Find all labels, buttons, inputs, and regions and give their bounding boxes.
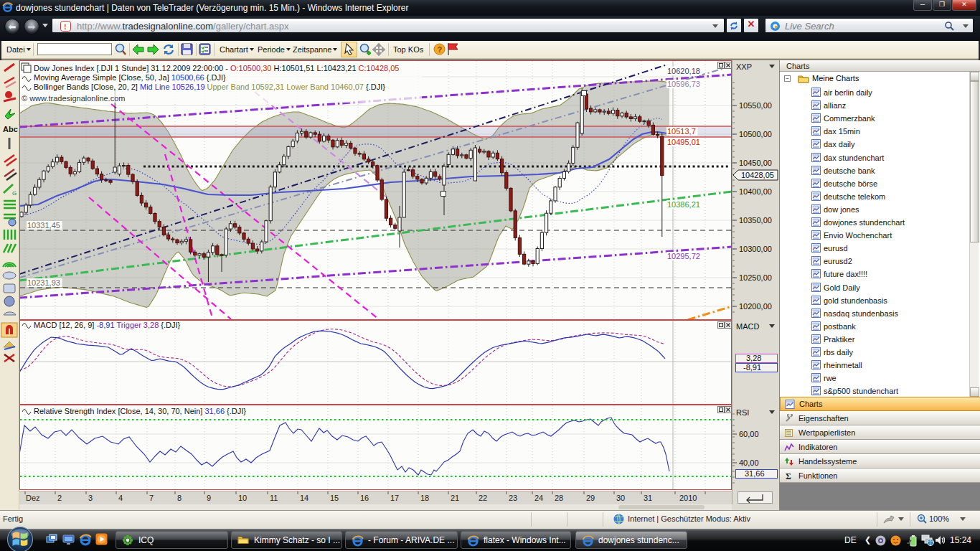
svg-text:10295,72: 10295,72 — [667, 252, 700, 260]
svg-text:?: ? — [438, 45, 443, 54]
svg-text:10300,00: 10300,00 — [739, 245, 772, 253]
svg-text:© www.tradesignalonline.com: © www.tradesignalonline.com — [22, 94, 125, 103]
svg-text:10500,00: 10500,00 — [739, 130, 772, 138]
svg-text:10495,01: 10495,01 — [667, 138, 700, 146]
svg-text:G: G — [12, 190, 17, 197]
svg-text:2: 2 — [57, 494, 62, 502]
svg-text:10596,73: 10596,73 — [667, 80, 700, 88]
svg-text:7: 7 — [149, 494, 154, 502]
svg-text:10386,21: 10386,21 — [667, 200, 700, 209]
svg-text:3,28: 3,28 — [746, 354, 761, 362]
svg-text:10513,7: 10513,7 — [667, 127, 696, 136]
svg-text:31,66: 31,66 — [745, 469, 765, 478]
svg-text:29: 29 — [586, 494, 595, 502]
svg-text:14: 14 — [300, 494, 308, 502]
svg-text:2010: 2010 — [679, 494, 697, 502]
svg-text:60,00: 60,00 — [739, 430, 759, 438]
svg-text:23: 23 — [509, 494, 517, 502]
svg-text:28: 28 — [555, 494, 563, 502]
svg-text:MACD: MACD — [736, 322, 759, 331]
svg-text:!: ! — [64, 22, 67, 31]
svg-text:10350,00: 10350,00 — [739, 216, 772, 225]
svg-text:21: 21 — [451, 494, 459, 502]
svg-text:18: 18 — [420, 494, 429, 502]
svg-text:10: 10 — [238, 494, 247, 502]
svg-text:MACD [12, 26, 9] -8,91 Trigger: MACD [12, 26, 9] -8,91 Trigger 3,28 {.DJ… — [34, 321, 181, 329]
svg-text:31: 31 — [644, 494, 652, 502]
svg-text:15: 15 — [330, 494, 339, 502]
svg-text:Moving Average Simple [Close,: Moving Average Simple [Close, 50, Ja] 10… — [34, 73, 226, 82]
svg-text:10331,45: 10331,45 — [27, 221, 60, 230]
svg-text:10550,00: 10550,00 — [739, 101, 772, 110]
svg-text:10250,00: 10250,00 — [739, 273, 772, 282]
svg-text:Relative Strength Index [Close: Relative Strength Index [Close, 14, 30, … — [34, 407, 246, 415]
svg-text:10200,00: 10200,00 — [739, 302, 772, 311]
svg-text:Dow Jones Index [.DJI 1 Stund: Dow Jones Index [.DJI 1 Stunde] 31.12.20… — [34, 64, 399, 72]
svg-text:RSI: RSI — [736, 408, 749, 417]
svg-text:Bollinger Bands [Close, 20, 2]: Bollinger Bands [Close, 20, 2] Mid Line … — [34, 83, 385, 91]
svg-text:XXP: XXP — [736, 62, 752, 71]
svg-text:3: 3 — [88, 494, 93, 502]
svg-text:Σ: Σ — [786, 471, 791, 481]
svg-text:24: 24 — [534, 494, 543, 502]
svg-text:8: 8 — [177, 494, 182, 502]
svg-text:9: 9 — [207, 494, 211, 502]
svg-text:10450,00: 10450,00 — [739, 159, 772, 167]
svg-text:10231,93: 10231,93 — [27, 278, 60, 287]
svg-text:Dez: Dez — [26, 494, 40, 502]
svg-text:22: 22 — [479, 494, 487, 502]
svg-text:16: 16 — [360, 494, 369, 502]
svg-text:10620,18: 10620,18 — [667, 67, 700, 75]
svg-text:17: 17 — [390, 494, 399, 502]
svg-text:4: 4 — [118, 494, 123, 502]
svg-text:-8,91: -8,91 — [743, 363, 761, 372]
svg-text:10400,00: 10400,00 — [739, 187, 772, 196]
svg-text:40,00: 40,00 — [739, 458, 759, 467]
svg-text:10428,05: 10428,05 — [741, 171, 774, 179]
svg-text:11: 11 — [270, 494, 278, 502]
svg-text:30: 30 — [616, 494, 625, 502]
svg-text:Abc: Abc — [3, 125, 18, 133]
